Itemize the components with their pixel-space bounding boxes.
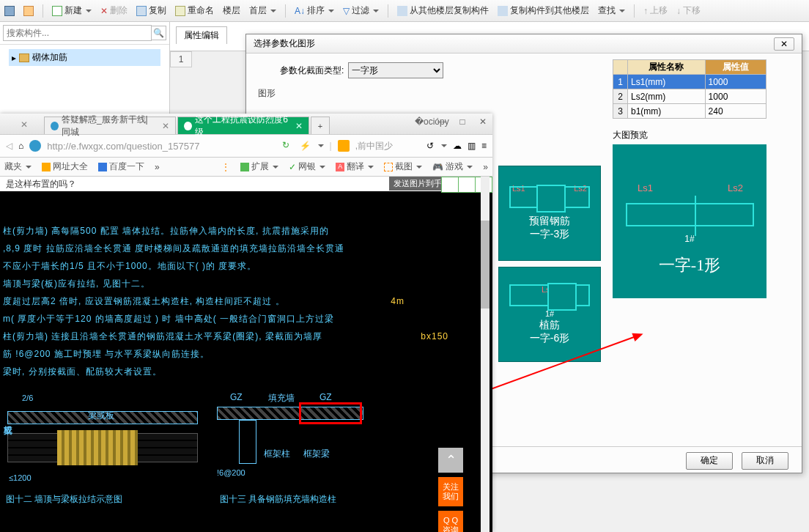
bm-wz[interactable]: 网址大全 — [42, 160, 88, 173]
bm-fav[interactable]: 藏夹 — [4, 160, 32, 173]
follow-us-badge[interactable]: 关注 我们 — [438, 477, 463, 506]
bm-ext[interactable]: 扩展 — [240, 160, 278, 173]
reader-icon[interactable]: ▥ — [468, 141, 476, 151]
shape-section-label: 图形 — [258, 87, 601, 100]
bm-snap[interactable]: 截图 — [384, 160, 422, 173]
scroll-top-button[interactable]: ⌃ — [438, 448, 463, 473]
dim-label: Ls2 — [728, 182, 743, 193]
cad-text: 度超过层高2 倍时, 应设置钢筋混凝土构造柱, 构造柱间距不超过 。 — [3, 296, 285, 306]
bm-overflow[interactable]: » — [483, 162, 488, 172]
tab-close-icon[interactable]: ✕ — [162, 121, 169, 131]
search-hint[interactable]: ,前中国少 — [355, 140, 393, 152]
tab-close-icon[interactable]: ✕ — [295, 121, 303, 131]
cad-text: 墙顶与梁(板)应有拉结, 见图十二。 — [0, 275, 492, 292]
col-value: 属性值 — [705, 60, 766, 75]
cancel-button[interactable]: 取消 — [742, 452, 788, 470]
find-button[interactable]: 查找 — [598, 4, 625, 17]
bm-dots[interactable]: ⋮ — [221, 162, 230, 172]
bookmark-bar: 藏夹 网址大全 百度一下 » ⋮ 扩展 ✓网银 A翻译 截图 🎮游戏 » — [0, 158, 492, 177]
scrollbar[interactable] — [481, 177, 490, 532]
doc-icon — [4, 6, 15, 16]
move-up-button[interactable]: ↑上移 — [643, 4, 668, 17]
window-max-icon[interactable]: □ — [456, 117, 469, 127]
site-icon — [29, 140, 41, 152]
cad-text: 柱(剪力墙) 连接且沿墙全长贯通的钢筋混凝土水平系梁(圈梁), 梁截面为墙厚 — [3, 331, 322, 341]
window-min-icon[interactable]: — — [435, 117, 448, 127]
qq-consult-badge[interactable]: Q Q 咨询 — [438, 511, 463, 532]
cad-text: m( 厚度小于等于120 的墙高度超过 ) 时 墙中高处( 一般结合门窗洞口上方… — [0, 310, 492, 328]
tab-close-icon[interactable]: ✕ — [21, 119, 28, 130]
refresh-icon[interactable]: ↻ — [282, 140, 294, 152]
menu-icon[interactable]: ≡ — [481, 141, 487, 151]
window-close-icon[interactable]: ✕ — [476, 117, 490, 127]
preview-label: 大图预览 — [613, 129, 794, 141]
search-input[interactable] — [3, 25, 152, 41]
flash-icon[interactable]: ⚡ — [300, 141, 311, 151]
copy-to-other-button[interactable]: 复制构件到其他楼层 — [498, 4, 589, 17]
sort-button[interactable]: A↓排序 — [295, 4, 334, 17]
bm-more[interactable]: » — [155, 162, 160, 172]
copy-button[interactable]: 复制 — [136, 4, 166, 17]
prop-row[interactable]: 3b1(mm)240 — [613, 104, 766, 119]
tree-item-masonry-rebar[interactable]: ▸ 砌体加筋 — [9, 49, 160, 66]
cad-caption: 图十二 墙顶与梁板拉结示意图 — [6, 493, 122, 506]
cad-text: 筋 !6@200 施工时预埋 与水平系梁纵向筋连接。 — [0, 345, 492, 363]
cloud-icon[interactable]: ☁ — [453, 141, 462, 151]
dialog-titlebar: 选择参数化图形 ✕ — [246, 34, 802, 53]
filter-button[interactable]: ▽过滤 — [343, 4, 379, 17]
copy-from-other-button[interactable]: 从其他楼层复制构件 — [397, 4, 489, 17]
home-icon[interactable]: ⌂ — [18, 141, 23, 151]
cad-caption: 图十三 具备钢筋填充墙构造柱 — [220, 493, 336, 506]
dropdown-icon[interactable] — [318, 144, 324, 147]
cad-label: 填充墙 — [268, 392, 295, 404]
rename-button[interactable]: 重命名 — [175, 4, 214, 17]
favicon-icon — [184, 122, 192, 130]
section-type-select[interactable]: 一字形 — [348, 62, 443, 78]
browser-window: ✕ 答疑解惑_服务新干线|同城✕ 这个工程抗震设防烈度6级✕ + �ociópy… — [0, 114, 492, 532]
reload-icon[interactable]: ↺ — [426, 141, 434, 151]
bm-bank[interactable]: ✓网银 — [289, 160, 325, 173]
browser-tab[interactable]: 答疑解惑_服务新干线|同城✕ — [44, 117, 176, 134]
new-tab-button[interactable]: + — [311, 117, 330, 134]
prop-row[interactable]: 1Ls1(mm)1000 — [613, 75, 766, 89]
bm-bd[interactable]: 百度一下 — [98, 160, 144, 173]
page-question: 是这样布置的吗？ — [6, 178, 76, 190]
browser-tab-active[interactable]: 这个工程抗震设防烈度6级✕ — [177, 117, 309, 134]
dialog-title-text: 选择参数化图形 — [254, 37, 315, 50]
bm-trans[interactable]: A翻译 — [336, 160, 374, 173]
delete-button[interactable]: ✕删除 — [100, 4, 128, 17]
cad-text: 不应小于墙长的1/5 且不小于1000。地面以下( )的 度要求。 — [3, 261, 256, 271]
property-edit-tab[interactable]: 属性编辑 — [176, 26, 227, 44]
search-icon[interactable]: 🔍 — [152, 26, 166, 40]
cad-dim: 4m — [391, 295, 404, 308]
bm-game[interactable]: 🎮游戏 — [432, 160, 473, 173]
first-floor-dropdown[interactable]: 首层 — [249, 4, 276, 17]
cad-label: 2/6 — [22, 394, 33, 402]
ok-button[interactable]: 确定 — [686, 452, 733, 470]
cad-figure-13: GZ 填充墙 GZ 框架柱 框架梁 !6@200 图十三 具备钢筋填充墙构造柱 — [217, 389, 371, 510]
annotation-box — [299, 402, 362, 424]
search-engine-icon[interactable] — [338, 140, 350, 152]
window-menu-icon[interactable]: �ociópy — [415, 117, 428, 127]
shape-preview: Ls1 Ls2 1# 一字-1形 — [613, 144, 766, 298]
tree-item-label: 砌体加筋 — [32, 51, 67, 64]
cad-label: 框架梁 — [303, 448, 330, 460]
prop-row[interactable]: 2Ls2(mm)1000 — [613, 89, 766, 104]
back-icon[interactable]: ◁ — [6, 141, 12, 151]
property-table: 属性名称属性值 1Ls1(mm)1000 2Ls2(mm)1000 3b1(mm… — [613, 59, 766, 119]
row-number: 1 — [170, 51, 192, 67]
floor-dropdown[interactable]: 楼层 — [223, 4, 240, 17]
col-name: 属性名称 — [628, 60, 706, 75]
dialog-close-button[interactable]: ✕ — [774, 37, 794, 51]
expand-icon: ▸ — [12, 53, 16, 63]
new-button[interactable]: 新建 — [52, 4, 92, 17]
cad-dim: bx150 — [421, 330, 448, 343]
move-down-button[interactable]: ↓下移 — [676, 4, 701, 17]
thumb-label: 植筋 一字-6形 — [530, 318, 569, 344]
cad-label: GZ — [230, 392, 243, 402]
page-content: 是这样布置的吗？ 发送图片到手机 柱(剪力墙) 高每隔500 配置 墙体拉结。拉… — [0, 177, 492, 532]
shape-thumb-3[interactable]: Ls1 Ls2 预留钢筋 一字-3形 — [498, 166, 601, 261]
url-text[interactable]: http://e.fwxgx.com/question_157577 — [47, 141, 276, 152]
shape-thumb-6[interactable]: Ls1 1# 植筋 一字-6形 — [498, 267, 601, 362]
cad-label: GZ — [319, 392, 332, 402]
